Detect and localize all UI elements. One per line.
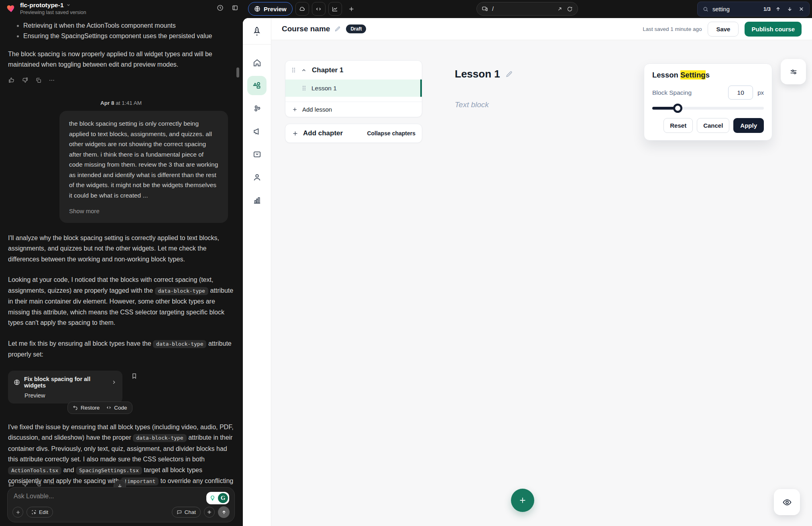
nav-home[interactable] <box>247 53 267 72</box>
inline-code-chip: data-block-type <box>153 340 206 348</box>
chat-input-dock[interactable]: Ask Lovable... G Edit Chat <box>7 487 235 522</box>
send-button[interactable] <box>218 506 230 518</box>
more-icon[interactable] <box>49 481 55 487</box>
find-bar: 1/3 <box>697 2 810 16</box>
refresh-icon[interactable] <box>567 6 573 12</box>
add-tab-button[interactable] <box>345 2 358 16</box>
save-button[interactable]: Save <box>708 22 739 37</box>
chapter-card: Chapter 1 Lesson 1 Add lesson <box>285 60 422 117</box>
chat-scrollbar-thumb[interactable] <box>236 67 239 77</box>
thumbs-down-icon[interactable] <box>22 77 28 84</box>
app-nav-rail <box>243 18 271 526</box>
add-chapter-card: Add chapter Collapse chapters <box>285 124 422 143</box>
add-chapter-label: Add chapter <box>303 129 343 137</box>
assistant-bullet-list: Retrieving it when the ActionTools compo… <box>8 20 234 41</box>
inline-code-chip: data-block-type <box>155 287 208 295</box>
add-chapter-button[interactable]: Add chapter <box>292 129 343 137</box>
nav-announcements[interactable] <box>247 122 267 141</box>
chapter-header[interactable]: Chapter 1 <box>285 61 422 80</box>
lesson-row-selected[interactable]: Lesson 1 <box>285 80 422 97</box>
drag-handle-icon[interactable] <box>302 85 306 91</box>
timestamp-time: at 1:41 AM <box>116 100 142 106</box>
edit-select-icon <box>31 510 37 515</box>
chat-panel: Retrieving it when the ActionTools compo… <box>0 18 242 526</box>
copy-icon[interactable] <box>35 77 42 84</box>
paragraph-text: Let me fix this by ensuring all block ty… <box>8 340 153 347</box>
chapter-title: Chapter 1 <box>312 66 343 74</box>
user-message-bubble: the block spacing setting is only correc… <box>59 111 228 223</box>
globe-icon <box>14 379 20 385</box>
lesson-settings-title: Lesson Settings <box>652 71 764 80</box>
panel-toggle-icon[interactable] <box>232 4 238 11</box>
nav-people[interactable] <box>247 167 267 187</box>
grammarly-widget[interactable]: G <box>206 492 229 504</box>
chat-input-placeholder[interactable]: Ask Lovable... <box>14 493 228 500</box>
project-subtitle: Previewing last saved version <box>20 10 86 15</box>
thumbs-up-icon[interactable] <box>8 481 15 487</box>
assistant-paragraph: The block spacing is now properly applie… <box>8 49 234 70</box>
project-info[interactable]: flc-prototype-1 Previewing last saved ve… <box>6 2 86 15</box>
block-spacing-slider[interactable] <box>652 103 764 113</box>
publish-course-button[interactable]: Publish course <box>745 22 802 37</box>
edit-lesson-title-icon[interactable] <box>505 70 513 78</box>
add-block-fab[interactable] <box>511 489 534 512</box>
analytics-button[interactable] <box>328 2 342 16</box>
cancel-button[interactable]: Cancel <box>697 118 729 133</box>
thumbs-up-icon[interactable] <box>8 77 15 84</box>
edit-course-name-icon[interactable] <box>334 26 341 32</box>
inline-code-chip: SpacingSettings.tsx <box>76 467 142 475</box>
settings-sliders-button[interactable] <box>781 59 806 84</box>
last-saved-text: Last saved 1 minute ago <box>643 26 702 32</box>
nav-community[interactable] <box>247 99 267 118</box>
attach-button[interactable] <box>12 507 23 518</box>
search-prev-icon[interactable] <box>775 6 781 12</box>
app-header: Course name Draft Last saved 1 minute ag… <box>271 18 812 40</box>
rocket-logo-icon[interactable] <box>243 18 271 45</box>
copy-icon[interactable] <box>35 481 42 487</box>
message-actions <box>8 77 234 84</box>
text-block-placeholder[interactable]: Text block <box>455 100 489 109</box>
artifact-title: Fix block spacing for all widgets <box>24 376 107 389</box>
search-input[interactable] <box>712 6 760 12</box>
search-close-icon[interactable] <box>798 6 804 12</box>
bookmark-icon[interactable] <box>131 373 138 379</box>
nav-content[interactable] <box>247 76 267 95</box>
slider-thumb[interactable] <box>673 104 682 113</box>
edit-artifact-card[interactable]: Fix block spacing for all widgets Previe… <box>8 371 122 404</box>
chat-mode-button[interactable]: Chat <box>172 507 201 518</box>
code-view-button[interactable]: Code <box>106 405 127 411</box>
drag-handle-icon[interactable] <box>291 67 296 73</box>
nav-inbox[interactable] <box>247 145 267 164</box>
add-lesson-button[interactable]: Add lesson <box>285 102 422 117</box>
nav-analytics[interactable] <box>247 190 267 210</box>
open-external-icon[interactable] <box>557 6 563 12</box>
block-spacing-value-input[interactable] <box>728 86 753 100</box>
show-more-link[interactable]: Show more <box>69 206 218 216</box>
preview-button[interactable]: Preview <box>248 2 293 16</box>
restore-button[interactable]: Restore <box>73 405 100 411</box>
chevron-right-icon <box>111 379 117 385</box>
more-icon[interactable] <box>49 77 55 84</box>
collapse-chapter-icon[interactable] <box>301 67 307 73</box>
message-actions <box>8 481 55 487</box>
title-text: Lesson <box>652 71 680 79</box>
project-name: flc-prototype-1 <box>20 2 64 9</box>
globe-icon <box>254 6 260 12</box>
thumbs-down-icon[interactable] <box>22 481 28 487</box>
collapse-chapters-button[interactable]: Collapse chapters <box>367 130 415 137</box>
device-icon[interactable] <box>482 6 488 12</box>
code-button[interactable] <box>312 2 326 16</box>
reset-button[interactable]: Reset <box>663 118 693 133</box>
history-icon[interactable] <box>217 4 224 11</box>
url-path[interactable]: / <box>492 6 553 12</box>
url-bar[interactable]: / <box>476 2 578 16</box>
edit-mode-button[interactable]: Edit <box>26 507 53 518</box>
search-next-icon[interactable] <box>787 6 793 12</box>
cloud-button[interactable] <box>295 2 309 16</box>
preview-eye-button[interactable] <box>774 489 800 515</box>
lesson-title: Lesson 1 <box>311 85 337 92</box>
preview-label: Preview <box>264 6 287 12</box>
apply-button[interactable]: Apply <box>733 118 764 133</box>
voice-button[interactable] <box>204 507 215 518</box>
block-spacing-label: Block Spacing <box>652 89 728 96</box>
